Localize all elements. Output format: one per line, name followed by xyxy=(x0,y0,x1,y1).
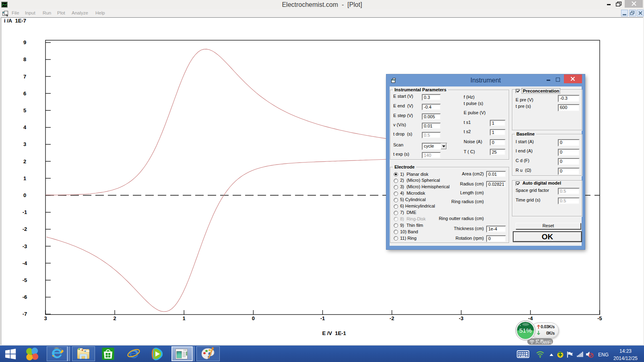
svg-text:-5: -5 xyxy=(597,315,602,321)
svg-text:-2: -2 xyxy=(23,226,27,232)
svg-text:2: 2 xyxy=(113,315,116,321)
svg-text:-5: -5 xyxy=(23,277,27,283)
svg-text:-3: -3 xyxy=(23,243,27,249)
svg-text:0: 0 xyxy=(23,192,26,198)
svg-text:8: 8 xyxy=(23,56,26,62)
svg-text:-4: -4 xyxy=(23,260,27,266)
svg-text:-3: -3 xyxy=(459,315,464,321)
svg-text:9: 9 xyxy=(23,39,26,45)
svg-text:-2: -2 xyxy=(390,315,394,321)
svg-text:3: 3 xyxy=(44,315,47,321)
svg-text:2: 2 xyxy=(23,158,26,165)
svg-text:6: 6 xyxy=(23,90,26,97)
svg-text:0: 0 xyxy=(252,315,255,321)
svg-text:7: 7 xyxy=(23,74,26,80)
svg-text:-1: -1 xyxy=(320,315,325,321)
svg-text:51%: 51% xyxy=(519,327,532,334)
svg-text:-7: -7 xyxy=(23,311,27,317)
svg-text:i /A 1E-7: i /A 1E-7 xyxy=(4,18,26,24)
svg-text:E /V 1E-1: E /V 1E-1 xyxy=(322,330,346,336)
svg-text:1: 1 xyxy=(23,175,26,181)
svg-text:1: 1 xyxy=(183,315,186,321)
svg-text:-1: -1 xyxy=(23,209,27,215)
svg-text:5: 5 xyxy=(23,107,26,113)
svg-text:4: 4 xyxy=(23,124,27,130)
svg-text:3: 3 xyxy=(23,141,26,147)
svg-text:-6: -6 xyxy=(23,294,27,300)
